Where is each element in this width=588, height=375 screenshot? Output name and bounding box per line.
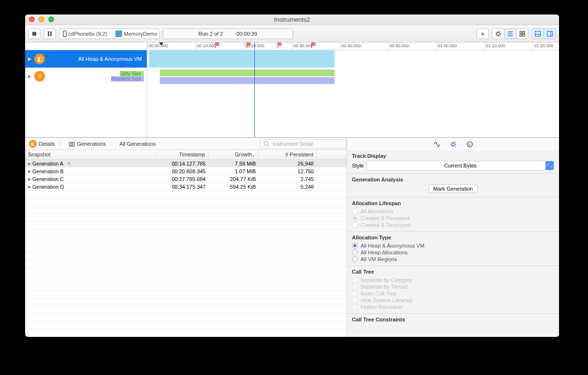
detail-panel-icon bbox=[534, 30, 541, 37]
mark-generation-button[interactable]: Mark Generation bbox=[428, 184, 478, 193]
svg-rect-8 bbox=[523, 34, 525, 36]
device-label: cdPhone6s (9.2) bbox=[68, 31, 107, 37]
svg-rect-0 bbox=[32, 32, 36, 36]
growth-cell: 7.59 MiB bbox=[209, 161, 259, 167]
strategy-grid-button[interactable] bbox=[516, 28, 529, 39]
call-tree-constraints-heading: Call Tree Constraints bbox=[352, 317, 554, 322]
strategy-gear-button[interactable] bbox=[492, 28, 504, 39]
type-heap-anon[interactable]: All Heap & Anonymous VM bbox=[352, 242, 554, 249]
app-window: Instruments2 cdPhone6s (9.2) 〉 MemoryDem… bbox=[25, 14, 559, 337]
growth-cell: 204.77 KiB bbox=[209, 176, 259, 182]
inspector-panel-icon bbox=[546, 30, 553, 37]
svg-point-14 bbox=[452, 143, 455, 146]
minimize-window-button[interactable] bbox=[39, 16, 44, 22]
gear-icon[interactable] bbox=[450, 141, 457, 148]
table-row[interactable]: ▶Generation B✕ 00:20.608.345 1.07 MiB 12… bbox=[25, 167, 347, 175]
svg-point-4 bbox=[497, 32, 500, 35]
zoom-window-button[interactable] bbox=[48, 16, 54, 22]
crumb-details[interactable]: Details bbox=[39, 141, 55, 147]
persistent-cell: 5,248 bbox=[259, 184, 317, 190]
target-selector[interactable]: cdPhone6s (9.2) 〉 MemoryDemo bbox=[59, 28, 160, 39]
track-vm[interactable]: ▶ ≡ Dirty Size Resident Size bbox=[25, 68, 147, 84]
toolbar: cdPhone6s (9.2) 〉 MemoryDemo Run 2 of 2 … bbox=[25, 25, 559, 42]
add-instrument-button[interactable]: + bbox=[476, 28, 489, 39]
inspector-tabs: E bbox=[347, 138, 559, 151]
style-select[interactable]: Current Bytes ⌃⌄ bbox=[366, 161, 554, 170]
svg-rect-10 bbox=[547, 31, 553, 36]
disclosure-icon[interactable]: ▶ bbox=[28, 56, 31, 61]
window-controls bbox=[29, 16, 54, 22]
heap-plot bbox=[149, 50, 335, 68]
svg-rect-2 bbox=[50, 31, 52, 36]
allocation-lifespan-heading: Allocation Lifespan bbox=[352, 200, 554, 206]
extended-detail-icon[interactable]: E bbox=[466, 141, 473, 148]
type-vm[interactable]: All VM Regions bbox=[352, 256, 554, 263]
disclosure-icon[interactable]: ▶ bbox=[28, 169, 31, 174]
col-growth[interactable]: Growth⌄ bbox=[209, 150, 259, 159]
stop-icon bbox=[31, 30, 38, 37]
close-window-button[interactable] bbox=[29, 16, 35, 22]
growth-cell: 1.07 MiB bbox=[209, 168, 259, 174]
track-plot-area[interactable] bbox=[147, 50, 559, 137]
playhead-icon[interactable] bbox=[159, 42, 164, 46]
col-snapshot[interactable]: Snapshot bbox=[25, 150, 156, 159]
detail-bar: ◧ Details 〉 Generations 〉 All Generation… bbox=[25, 138, 559, 150]
device-icon bbox=[61, 30, 68, 37]
disclosure-icon[interactable]: ▶ bbox=[28, 161, 31, 166]
generation-flag[interactable] bbox=[278, 42, 282, 48]
lifespan-created-destroyed: Created & Destroyed bbox=[352, 222, 554, 228]
sort-indicator-icon: ⌄ bbox=[252, 153, 255, 157]
svg-rect-9 bbox=[535, 31, 541, 36]
view-segmented bbox=[532, 28, 556, 39]
toggle-inspector-button[interactable] bbox=[544, 28, 556, 39]
delete-snapshot-button[interactable]: ✕ bbox=[66, 161, 72, 167]
type-heap[interactable]: All Heap Allocations bbox=[352, 249, 554, 256]
resident-plot bbox=[160, 77, 335, 84]
lifespan-all: All Allocations bbox=[352, 208, 554, 215]
generation-flag[interactable] bbox=[215, 42, 220, 48]
pause-button[interactable] bbox=[43, 28, 56, 39]
disclosure-icon[interactable]: ▶ bbox=[28, 177, 31, 181]
run-status-display[interactable]: Run 2 of 2 00:00:39 bbox=[163, 28, 293, 39]
gear-icon bbox=[495, 30, 502, 37]
instrument-detail-search[interactable]: Instrument Detail bbox=[260, 139, 347, 149]
crumb-all-generations[interactable]: All Generations bbox=[120, 141, 156, 147]
wave-icon[interactable] bbox=[434, 141, 440, 148]
svg-rect-3 bbox=[63, 31, 66, 37]
svg-text:E: E bbox=[468, 142, 471, 147]
plus-icon: + bbox=[481, 29, 485, 38]
generation-flag[interactable] bbox=[311, 42, 316, 48]
time-ruler[interactable]: 00:00.000 00:10.000 00:20.000 00:30.000 … bbox=[147, 42, 559, 50]
ruler-tick: 00:40.000 bbox=[340, 42, 361, 50]
inspection-cursor[interactable] bbox=[254, 42, 255, 50]
generation-flag[interactable] bbox=[247, 42, 251, 48]
list-icon bbox=[507, 30, 514, 37]
record-stop-button[interactable] bbox=[28, 28, 41, 39]
snapshot-name: Generation D bbox=[32, 184, 64, 190]
generation-analysis-heading: Generation Analysis bbox=[352, 177, 554, 182]
svg-rect-5 bbox=[520, 31, 522, 33]
subtrack-label: Resident Size bbox=[111, 76, 144, 82]
table-row[interactable]: ▶Generation D✕ 00:34.175.347 594.25 KiB … bbox=[25, 183, 347, 191]
timestamp-cell: 00:20.608.345 bbox=[156, 168, 209, 174]
col-timestamp[interactable]: Timestamp bbox=[156, 150, 209, 159]
details-icon: ◧ bbox=[29, 140, 37, 148]
table-row[interactable]: ▶Generation C✕ 00:27.785.684 204.77 KiB … bbox=[25, 175, 347, 183]
strategy-list-button[interactable] bbox=[504, 28, 517, 39]
crumb-generations[interactable]: Generations bbox=[77, 141, 106, 147]
svg-point-12 bbox=[71, 143, 73, 145]
ruler-tick: 00:30.000 bbox=[292, 42, 312, 50]
svg-point-13 bbox=[264, 141, 268, 145]
persistent-cell: 2,745 bbox=[259, 176, 317, 182]
disclosure-icon[interactable]: ▶ bbox=[28, 184, 31, 189]
table-row[interactable]: ▶Generation A✕ 00:14.127.785 7.59 MiB 26… bbox=[25, 160, 347, 167]
ct-sep-thread: Separate by Thread bbox=[352, 283, 554, 290]
svg-rect-1 bbox=[48, 31, 49, 36]
toggle-detail-button[interactable] bbox=[532, 28, 544, 39]
snapshot-name: Generation A bbox=[32, 161, 63, 167]
grid-icon bbox=[519, 30, 526, 37]
chevron-right-icon: 〉 bbox=[59, 140, 65, 148]
col-persistent[interactable]: # Persistent bbox=[259, 150, 317, 159]
disclosure-icon[interactable]: ▶ bbox=[28, 74, 31, 79]
track-allocations[interactable]: ▶ ◧ All Heap & Anonymous VM bbox=[25, 50, 147, 68]
